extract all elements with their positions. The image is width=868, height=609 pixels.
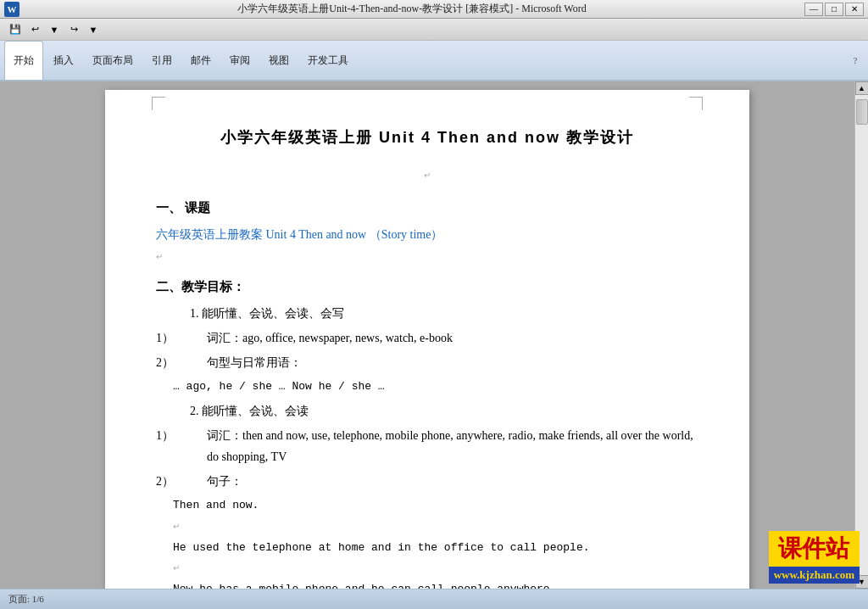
item2-sub2-label: 2） — [156, 471, 207, 492]
status-bar: 页面: 1/6 — [0, 589, 868, 609]
save-button[interactable]: 💾 — [7, 21, 24, 38]
scroll-track[interactable] — [855, 95, 869, 575]
undo-dropdown[interactable]: ▼ — [46, 21, 63, 38]
item2-sub2: 2） 句子： — [156, 471, 698, 492]
margin-mark-tl — [152, 97, 165, 110]
section1-content: 六年级英语上册教案 Unit 4 Then and now （Story tim… — [156, 224, 698, 245]
document-title: 小学六年级英语上册 Unit 4 Then and now 教学设计 — [156, 124, 698, 151]
close-button[interactable]: ✕ — [845, 3, 864, 16]
tab-start[interactable]: 开始 — [4, 41, 43, 80]
sentence2: He used the telephone at home and in the… — [173, 538, 698, 557]
item1-sub2-content: 句型与日常用语： — [207, 352, 698, 373]
item2-sub1-label: 1） — [156, 425, 207, 467]
item2-heading: 2. 能听懂、会说、会读 — [190, 400, 698, 422]
item2-sub2-content: 句子： — [207, 471, 698, 492]
tab-insert[interactable]: 插入 — [45, 41, 82, 80]
scroll-up-button[interactable]: ▲ — [855, 81, 869, 95]
ribbon: 开始 插入 页面布局 引用 邮件 审阅 视图 开发工具 ? — [0, 41, 868, 81]
scroll-thumb[interactable] — [856, 99, 868, 125]
item1-sub1: 1） 词汇：ago, office, newspaper, news, watc… — [156, 327, 698, 349]
word-icon: W — [4, 2, 19, 17]
title-bar: W 小学六年级英语上册Unit-4-Then-and-now-教学设计 [兼容模… — [0, 0, 868, 19]
page-info: 页面: 1/6 — [8, 593, 44, 606]
redo-button[interactable]: ↪ — [65, 21, 82, 38]
item1-heading: 1. 能听懂、会说、会读、会写 — [190, 303, 698, 324]
title-bar-left: W — [4, 2, 19, 17]
item2-sub1-content: 词汇：then and now, use, telephone, mobile … — [207, 425, 698, 467]
help-button[interactable]: ? — [847, 52, 864, 69]
vertical-scrollbar: ▲ ▼ — [854, 81, 868, 589]
item1-sub2: 2） 句型与日常用语： — [156, 352, 698, 373]
item1-sub2-label: 2） — [156, 352, 207, 373]
margin-mark-tr — [689, 97, 703, 110]
section2-heading: 二、教学目标： — [156, 275, 698, 298]
maximize-button[interactable]: □ — [825, 3, 843, 16]
watermark-top: 课件站 — [769, 531, 860, 567]
watermark-bottom: www.kjzhan.com — [769, 567, 860, 584]
window-title: 小学六年级英语上册Unit-4-Then-and-now-教学设计 [兼容模式]… — [19, 2, 804, 16]
item1-pattern: … ago, he / she … Now he / she … — [173, 377, 698, 396]
sentence3: Now he has a mobile phone and he can cal… — [173, 579, 698, 589]
para-mark-3: ↵ — [173, 519, 698, 534]
quick-access-toolbar: 💾 ↩ ▼ ↪ ▼ — [0, 19, 868, 41]
tab-mail[interactable]: 邮件 — [182, 41, 220, 80]
para-mark-1: ↵ — [156, 168, 698, 183]
document-area: 小学六年级英语上册 Unit 4 Then and now 教学设计 ↵ 一、 … — [0, 81, 854, 589]
watermark: 课件站 www.kjzhan.com — [769, 531, 860, 584]
item1-sub1-content: 词汇：ago, office, newspaper, news, watch, … — [207, 327, 698, 349]
sentence1: Then and now. — [173, 495, 698, 515]
tab-review[interactable]: 审阅 — [221, 41, 259, 80]
item1-sub1-label: 1） — [156, 327, 207, 349]
tab-reference[interactable]: 引用 — [143, 41, 181, 80]
tab-view[interactable]: 视图 — [260, 41, 298, 80]
item2-sub1: 1） 词汇：then and now, use, telephone, mobi… — [156, 425, 698, 467]
tab-page-layout[interactable]: 页面布局 — [84, 41, 142, 80]
section1-heading: 一、 课题 — [156, 196, 698, 219]
window-controls: — □ ✕ — [804, 3, 864, 16]
undo-button[interactable]: ↩ — [26, 21, 43, 38]
minimize-button[interactable]: — — [804, 3, 823, 16]
customize-button[interactable]: ▼ — [85, 21, 102, 38]
para-mark-4: ↵ — [173, 561, 698, 576]
para-mark-2: ↵ — [156, 249, 698, 265]
tab-developer[interactable]: 开发工具 — [299, 41, 357, 80]
main-area: 小学六年级英语上册 Unit 4 Then and now 教学设计 ↵ 一、 … — [0, 81, 868, 589]
document-page: 小学六年级英语上册 Unit 4 Then and now 教学设计 ↵ 一、 … — [105, 90, 749, 589]
